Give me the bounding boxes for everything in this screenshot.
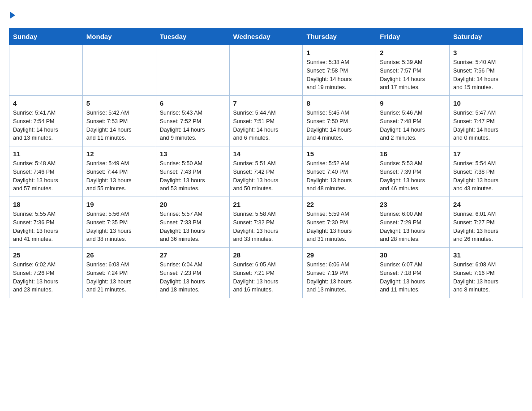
day-number: 7 (233, 99, 299, 107)
day-info: Sunrise: 5:38 AMSunset: 7:58 PMDaylight:… (306, 58, 372, 92)
logo-triangle-icon (10, 12, 15, 19)
day-info: Sunrise: 5:43 AMSunset: 7:52 PMDaylight:… (160, 109, 226, 142)
calendar-cell: 30Sunrise: 6:07 AMSunset: 7:18 PMDayligh… (376, 248, 450, 298)
day-info: Sunrise: 6:01 AMSunset: 7:27 PMDaylight:… (453, 210, 519, 244)
calendar-week-row: 25Sunrise: 6:02 AMSunset: 7:26 PMDayligh… (9, 248, 523, 298)
weekday-header-friday: Friday (376, 28, 450, 45)
calendar-cell (82, 45, 156, 96)
day-number: 25 (13, 251, 79, 259)
calendar-body: 1Sunrise: 5:38 AMSunset: 7:58 PMDaylight… (9, 45, 523, 298)
day-number: 14 (233, 150, 299, 158)
day-info: Sunrise: 5:42 AMSunset: 7:53 PMDaylight:… (86, 109, 152, 142)
day-info: Sunrise: 5:59 AMSunset: 7:30 PMDaylight:… (306, 210, 372, 244)
calendar-cell: 14Sunrise: 5:51 AMSunset: 7:42 PMDayligh… (229, 146, 303, 197)
day-info: Sunrise: 5:53 AMSunset: 7:39 PMDaylight:… (380, 159, 446, 193)
calendar-cell: 18Sunrise: 5:55 AMSunset: 7:36 PMDayligh… (9, 197, 83, 248)
weekday-header-saturday: Saturday (450, 28, 523, 45)
day-number: 6 (160, 99, 226, 107)
weekday-header-sunday: Sunday (9, 28, 83, 45)
calendar-table: SundayMondayTuesdayWednesdayThursdayFrid… (9, 28, 523, 298)
logo (9, 9, 15, 19)
day-info: Sunrise: 5:48 AMSunset: 7:46 PMDaylight:… (13, 159, 79, 193)
calendar-cell: 12Sunrise: 5:49 AMSunset: 7:44 PMDayligh… (82, 146, 156, 197)
weekday-header-wednesday: Wednesday (229, 28, 303, 45)
day-info: Sunrise: 5:52 AMSunset: 7:40 PMDaylight:… (306, 159, 372, 193)
calendar-cell (229, 45, 303, 96)
page-header (9, 9, 523, 19)
day-number: 17 (453, 150, 519, 158)
day-info: Sunrise: 5:44 AMSunset: 7:51 PMDaylight:… (233, 109, 299, 142)
calendar-cell (9, 45, 83, 96)
day-info: Sunrise: 5:39 AMSunset: 7:57 PMDaylight:… (380, 58, 446, 92)
day-info: Sunrise: 5:45 AMSunset: 7:50 PMDaylight:… (306, 109, 372, 142)
calendar-cell: 28Sunrise: 6:05 AMSunset: 7:21 PMDayligh… (229, 248, 303, 298)
calendar-cell: 1Sunrise: 5:38 AMSunset: 7:58 PMDaylight… (303, 45, 376, 96)
day-number: 28 (233, 251, 299, 259)
calendar-cell (156, 45, 229, 96)
day-number: 31 (453, 251, 519, 259)
day-info: Sunrise: 6:08 AMSunset: 7:16 PMDaylight:… (453, 261, 519, 294)
day-number: 27 (160, 251, 226, 259)
day-info: Sunrise: 5:49 AMSunset: 7:44 PMDaylight:… (86, 159, 152, 193)
calendar-cell: 9Sunrise: 5:46 AMSunset: 7:48 PMDaylight… (376, 96, 450, 146)
day-number: 23 (380, 201, 446, 208)
calendar-cell: 19Sunrise: 5:56 AMSunset: 7:35 PMDayligh… (82, 197, 156, 248)
day-info: Sunrise: 5:54 AMSunset: 7:38 PMDaylight:… (453, 159, 519, 193)
day-info: Sunrise: 6:06 AMSunset: 7:19 PMDaylight:… (306, 261, 372, 294)
calendar-cell: 31Sunrise: 6:08 AMSunset: 7:16 PMDayligh… (450, 248, 523, 298)
calendar-week-row: 1Sunrise: 5:38 AMSunset: 7:58 PMDaylight… (9, 45, 523, 96)
calendar-cell: 21Sunrise: 5:58 AMSunset: 7:32 PMDayligh… (229, 197, 303, 248)
weekday-header-monday: Monday (82, 28, 156, 45)
day-number: 9 (380, 99, 446, 107)
calendar-cell: 3Sunrise: 5:40 AMSunset: 7:56 PMDaylight… (450, 45, 523, 96)
day-number: 19 (86, 201, 152, 208)
day-number: 8 (306, 99, 372, 107)
day-number: 15 (306, 150, 372, 158)
day-info: Sunrise: 6:04 AMSunset: 7:23 PMDaylight:… (160, 261, 226, 294)
day-info: Sunrise: 5:46 AMSunset: 7:48 PMDaylight:… (380, 109, 446, 142)
day-number: 16 (380, 150, 446, 158)
day-number: 21 (233, 201, 299, 208)
day-number: 29 (306, 251, 372, 259)
day-info: Sunrise: 5:55 AMSunset: 7:36 PMDaylight:… (13, 210, 79, 244)
day-info: Sunrise: 5:47 AMSunset: 7:47 PMDaylight:… (453, 109, 519, 142)
day-number: 2 (380, 49, 446, 56)
day-number: 18 (13, 201, 79, 208)
calendar-cell: 23Sunrise: 6:00 AMSunset: 7:29 PMDayligh… (376, 197, 450, 248)
day-info: Sunrise: 5:50 AMSunset: 7:43 PMDaylight:… (160, 159, 226, 193)
day-info: Sunrise: 5:58 AMSunset: 7:32 PMDaylight:… (233, 210, 299, 244)
day-info: Sunrise: 6:00 AMSunset: 7:29 PMDaylight:… (380, 210, 446, 244)
calendar-cell: 16Sunrise: 5:53 AMSunset: 7:39 PMDayligh… (376, 146, 450, 197)
day-info: Sunrise: 5:40 AMSunset: 7:56 PMDaylight:… (453, 58, 519, 92)
calendar-cell: 8Sunrise: 5:45 AMSunset: 7:50 PMDaylight… (303, 96, 376, 146)
calendar-cell: 17Sunrise: 5:54 AMSunset: 7:38 PMDayligh… (450, 146, 523, 197)
day-number: 12 (86, 150, 152, 158)
day-number: 30 (380, 251, 446, 259)
day-number: 5 (86, 99, 152, 107)
calendar-cell: 25Sunrise: 6:02 AMSunset: 7:26 PMDayligh… (9, 248, 83, 298)
day-info: Sunrise: 6:02 AMSunset: 7:26 PMDaylight:… (13, 261, 79, 294)
day-number: 11 (13, 150, 79, 158)
calendar-cell: 27Sunrise: 6:04 AMSunset: 7:23 PMDayligh… (156, 248, 229, 298)
calendar-cell: 4Sunrise: 5:41 AMSunset: 7:54 PMDaylight… (9, 96, 83, 146)
weekday-header-thursday: Thursday (303, 28, 376, 45)
day-number: 26 (86, 251, 152, 259)
calendar-cell: 13Sunrise: 5:50 AMSunset: 7:43 PMDayligh… (156, 146, 229, 197)
calendar-cell: 10Sunrise: 5:47 AMSunset: 7:47 PMDayligh… (450, 96, 523, 146)
day-number: 3 (453, 49, 519, 56)
calendar-cell: 26Sunrise: 6:03 AMSunset: 7:24 PMDayligh… (82, 248, 156, 298)
day-info: Sunrise: 5:56 AMSunset: 7:35 PMDaylight:… (86, 210, 152, 244)
calendar-cell: 20Sunrise: 5:57 AMSunset: 7:33 PMDayligh… (156, 197, 229, 248)
day-info: Sunrise: 6:03 AMSunset: 7:24 PMDaylight:… (86, 261, 152, 294)
day-number: 4 (13, 99, 79, 107)
day-info: Sunrise: 6:05 AMSunset: 7:21 PMDaylight:… (233, 261, 299, 294)
calendar-week-row: 18Sunrise: 5:55 AMSunset: 7:36 PMDayligh… (9, 197, 523, 248)
day-info: Sunrise: 5:57 AMSunset: 7:33 PMDaylight:… (160, 210, 226, 244)
day-number: 1 (306, 49, 372, 56)
calendar-cell: 29Sunrise: 6:06 AMSunset: 7:19 PMDayligh… (303, 248, 376, 298)
calendar-week-row: 4Sunrise: 5:41 AMSunset: 7:54 PMDaylight… (9, 96, 523, 146)
calendar-week-row: 11Sunrise: 5:48 AMSunset: 7:46 PMDayligh… (9, 146, 523, 197)
calendar-cell: 24Sunrise: 6:01 AMSunset: 7:27 PMDayligh… (450, 197, 523, 248)
calendar-cell: 7Sunrise: 5:44 AMSunset: 7:51 PMDaylight… (229, 96, 303, 146)
calendar-header: SundayMondayTuesdayWednesdayThursdayFrid… (9, 28, 523, 45)
